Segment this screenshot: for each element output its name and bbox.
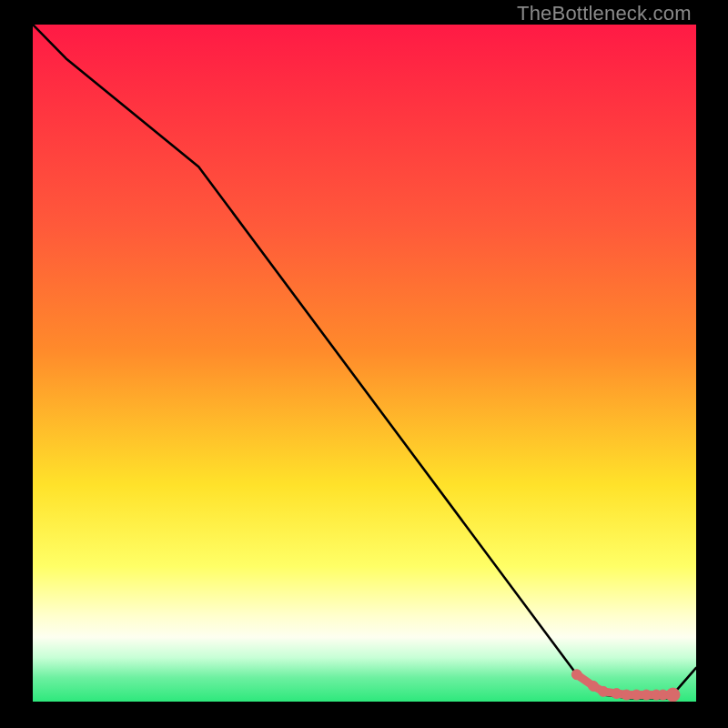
series-highlight-points-point [571,670,581,680]
series-highlight-points-point [666,688,680,702]
chart-stage: TheBottleneck.com [0,0,728,728]
series-highlight-points-point [622,690,632,700]
series-highlight-points-point [589,681,599,691]
gradient-background [33,25,696,702]
series-highlight-points-point [642,690,652,700]
series-highlight-points-point [632,690,642,700]
series-highlight-points-point [598,686,608,696]
series-highlight-points-point [612,689,622,699]
chart-plot [33,25,696,702]
watermark-text: TheBottleneck.com [517,2,692,25]
